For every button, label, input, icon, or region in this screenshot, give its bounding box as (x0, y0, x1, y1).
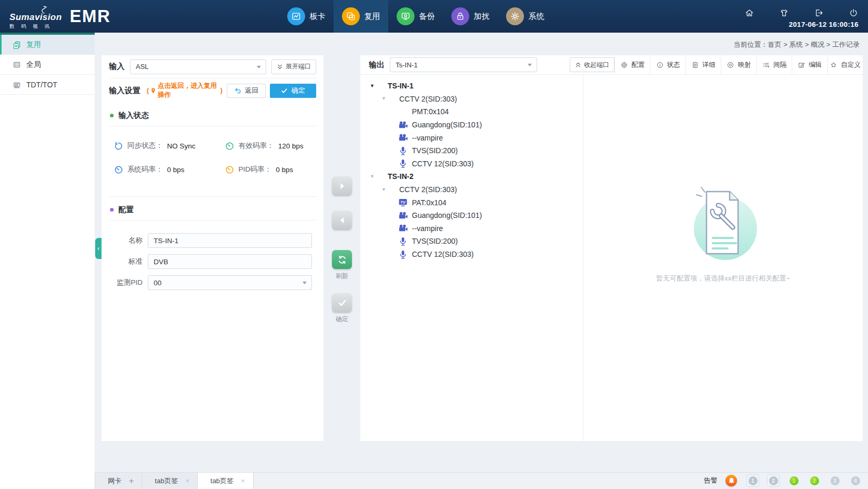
pin-icon (151, 87, 156, 94)
output-port-select[interactable]: Ts-IN-1 (390, 57, 537, 72)
nav-tab[interactable]: 系统 (498, 0, 552, 33)
input-port-select-value: ASL (136, 63, 149, 71)
status-light[interactable]: 1 (746, 474, 759, 487)
tree-item-label: Guangdong(SID:101) (412, 121, 482, 129)
config-section-title: 配置 (109, 197, 316, 221)
hint-paren-open: ( (147, 87, 149, 94)
tree-row[interactable]: ▼ TV Guangdong(SID:101) (360, 209, 583, 222)
config-field-value: TS-IN-1 (154, 237, 178, 245)
sumavision-logo: Sumavision 数 码 视 讯 (9, 4, 62, 29)
nav-tab[interactable]: 加扰 (443, 0, 498, 33)
breadcrumb: 当前位置：首页 > 系统 > 概况 > 工作记录 (734, 40, 860, 49)
toolbar-button-label: 间隔 (773, 61, 786, 69)
status-value: 0 bps (276, 166, 293, 174)
add-tab-icon[interactable]: + (129, 477, 134, 485)
sidebar-item[interactable]: TDT/TOT (0, 75, 95, 95)
tree-row[interactable]: ▼ TV Guangdong(SID:101) (360, 118, 583, 132)
close-tab-icon[interactable]: × (241, 477, 245, 485)
hint-text: 点击返回，进入复用操作 (158, 82, 219, 99)
tree-item-label: PAT:0x104 (412, 198, 447, 207)
alarm-status-area: 告警 1 2 1 2 3 4 (704, 472, 868, 489)
tree-expander-icon[interactable]: ▼ (381, 96, 387, 101)
transfer-button[interactable] (332, 176, 352, 195)
tree-row[interactable]: ▼ TV TS-IN-1 (360, 79, 583, 93)
status-light[interactable]: 2 (808, 474, 821, 487)
output-port-select-value: Ts-IN-1 (396, 61, 418, 69)
tree-row[interactable]: ▼ TV CCTV 12(SID:303) (360, 248, 583, 261)
bottom-tab[interactable]: tab页签 + × (198, 473, 254, 489)
bottom-tab[interactable]: tab页签 + × (142, 473, 198, 489)
nav-tab-icon (287, 7, 305, 25)
tree-row[interactable]: ▼ TV --vampire (360, 222, 583, 235)
bottom-tab[interactable]: 网卡 + × (95, 473, 142, 489)
tree-item-icon: TV (398, 146, 408, 155)
tree-item-label: --vampire (412, 224, 443, 233)
tree-row[interactable]: ▼ TV TS-IN-2 (360, 170, 583, 183)
toolbar-button[interactable]: 间隔 (756, 55, 792, 74)
transfer-button[interactable] (332, 250, 352, 269)
tree-row[interactable]: ▼ TV TVS(SID:200) (360, 235, 583, 248)
tree-row[interactable]: ▼ TV --vampire (360, 131, 583, 144)
toolbar-button[interactable]: 状态 (650, 55, 685, 74)
collapse-ports-button[interactable]: 收起端口 (570, 57, 614, 72)
panel-collapse-handle[interactable]: ‹ (95, 238, 102, 259)
tree-row[interactable]: ▼ TV PMT:0x104 (360, 105, 583, 118)
theme-shirt-icon[interactable] (779, 8, 789, 18)
sidebar-item-label: 全局 (26, 60, 41, 69)
power-icon[interactable] (849, 8, 859, 18)
tree-row[interactable]: ▼ TV CCTV 2(SID:303) (360, 93, 583, 106)
tree-row[interactable]: ▼ TV TVS(SID:200) (360, 144, 583, 157)
nav-tab[interactable]: 复用 (334, 0, 388, 33)
empty-state-text: 暂无可配置项，请选择xx栏目进行相关配置~ (656, 274, 790, 283)
double-chevron-up-icon (575, 62, 581, 68)
bottom-tab-label: tab页签 (155, 476, 178, 486)
toolbar-button[interactable]: 映射 (721, 55, 756, 74)
back-button[interactable]: 返回 (227, 84, 266, 98)
config-field-input[interactable]: DVB (148, 254, 312, 269)
nav-tab[interactable]: 板卡 (279, 0, 334, 33)
config-field-input[interactable]: TS-IN-1 (148, 233, 312, 248)
status-item: 有效码率： 120 bps (225, 141, 316, 151)
input-port-select[interactable]: ASL (130, 59, 266, 74)
tree-expander-icon[interactable]: ▼ (381, 187, 387, 192)
output-label: 输出 (369, 60, 385, 70)
status-light[interactable]: 2 (767, 474, 780, 487)
toolbar-button[interactable]: 配置 (614, 55, 650, 74)
status-light[interactable]: 3 (829, 474, 841, 487)
tree-row[interactable]: ▼ TV CCTV 2(SID:303) (360, 183, 583, 196)
home-icon[interactable] (744, 8, 754, 18)
sidebar: 复用 全局 TDT/TOT (0, 33, 95, 489)
toolbar-button[interactable]: 详细 (685, 55, 721, 74)
config-title-text: 配置 (118, 205, 134, 215)
transfer-button-group (332, 211, 352, 229)
transfer-button[interactable] (332, 293, 352, 312)
toolbar-button-label: 自定义 (841, 61, 861, 69)
transfer-button[interactable] (332, 211, 352, 229)
tree-expander-icon[interactable]: ▼ (370, 174, 375, 179)
brand-name: Sumavision (9, 13, 62, 22)
nav-tab[interactable]: 备份 (388, 0, 443, 33)
alarm-bell-icon[interactable] (725, 475, 737, 486)
tree-row[interactable]: ▼ TV PAT:0x104 (360, 196, 583, 209)
sidebar-item[interactable]: 全局 (0, 55, 95, 75)
tree-expander-icon[interactable]: ▼ (370, 84, 375, 88)
confirm-button[interactable]: 确定 (270, 84, 316, 98)
toolbar-button[interactable]: 编辑 (792, 55, 827, 74)
camera-icon (398, 224, 408, 233)
transfer-button-group: 确定 (332, 293, 352, 324)
status-value: 120 bps (278, 142, 304, 150)
empty-config-area: 暂无可配置项，请选择xx栏目进行相关配置~ (583, 75, 863, 441)
close-tab-icon[interactable]: × (185, 477, 189, 485)
camera-icon (398, 211, 408, 220)
status-light[interactable]: 4 (849, 474, 862, 487)
toolbar-button[interactable]: 自定义 (827, 55, 863, 74)
logout-icon[interactable] (814, 8, 824, 18)
sidebar-item[interactable]: 复用 (0, 35, 95, 55)
tree-row[interactable]: ▼ TV CCTV 12(SID:303) (360, 157, 583, 171)
config-field-label: 监测PID (109, 278, 143, 287)
tree-item-label: TVS(SID:200) (412, 237, 458, 245)
expand-ports-button[interactable]: 展开端口 (271, 59, 316, 74)
config-field-input[interactable]: 00 (148, 275, 312, 290)
input-status-section-title: 输入状态 (109, 103, 316, 126)
status-light[interactable]: 1 (788, 474, 800, 487)
